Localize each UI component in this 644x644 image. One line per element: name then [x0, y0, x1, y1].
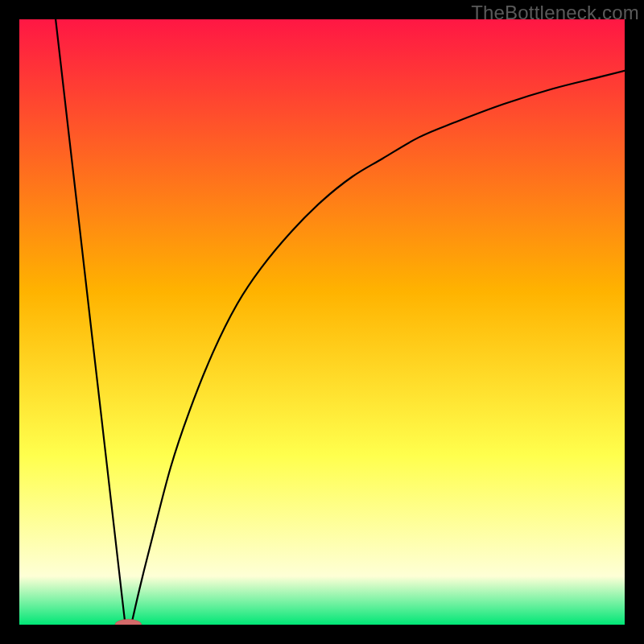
- chart-canvas: TheBottleneck.com: [0, 0, 644, 644]
- plot-svg: [19, 19, 625, 625]
- gradient-background: [19, 19, 625, 625]
- plot-area: [19, 19, 625, 625]
